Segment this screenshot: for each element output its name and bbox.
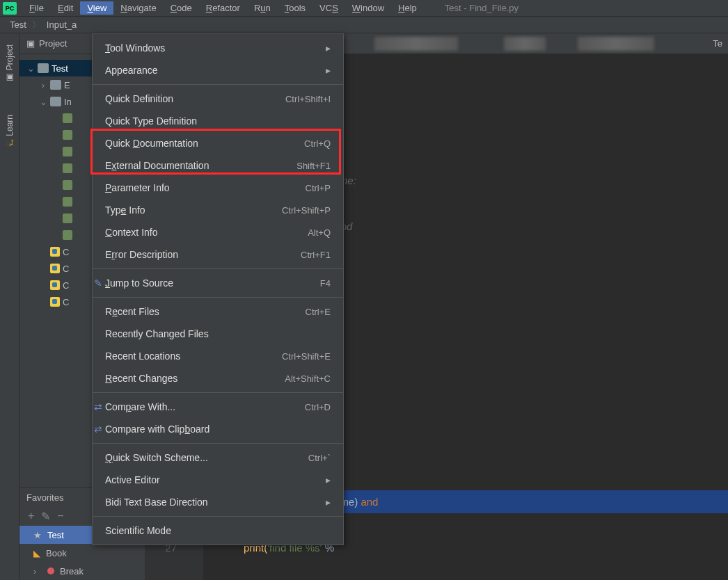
favorites-label: Break	[60, 566, 84, 577]
menu-window[interactable]: Window	[345, 1, 391, 15]
menu-view[interactable]: View	[80, 1, 113, 15]
menu-run[interactable]: Run	[247, 1, 278, 15]
menubar: PC File Edit View Navigate Code Refactor…	[0, 0, 728, 17]
menu-help[interactable]: Help	[391, 1, 424, 15]
chevron-right-icon: ▸	[326, 474, 331, 485]
add-icon[interactable]: +	[28, 510, 34, 523]
menu-error-description[interactable]: Error DescriptionCtrl+F1	[93, 243, 343, 266]
menu-recent-files[interactable]: Recent FilesCtrl+E	[93, 300, 343, 323]
chevron-right-icon[interactable]: ›	[33, 566, 42, 577]
menu-type-info[interactable]: Type InfoCtrl+Shift+P	[93, 199, 343, 221]
app-logo: PC	[3, 2, 17, 15]
menu-quick-type-definition[interactable]: Quick Type Definition	[93, 110, 343, 132]
file-icon	[63, 197, 72, 207]
chevron-right-icon[interactable]: ›	[39, 80, 47, 90]
menu-compare-with[interactable]: ⇄Compare With...Ctrl+D	[93, 396, 343, 418]
menu-quick-documentation[interactable]: Quick DocumentationCtrl+Q	[93, 132, 343, 154]
tool-tab-project[interactable]: ▣ Project	[5, 39, 15, 88]
menu-refactor[interactable]: Refactor	[199, 1, 247, 15]
menu-external-documentation[interactable]: External DocumentationShift+F1	[93, 154, 343, 177]
editor-tab[interactable]	[504, 37, 546, 51]
chevron-right-icon: ▸	[326, 497, 331, 508]
menu-quick-definition[interactable]: Quick DefinitionCtrl+Shift+I	[93, 88, 343, 110]
remove-icon[interactable]: −	[57, 510, 63, 523]
python-icon	[50, 247, 60, 257]
folder-icon	[38, 63, 49, 73]
file-icon	[63, 230, 72, 240]
folder-icon	[50, 80, 61, 90]
left-tool-tabs: ▣ Project 🎓 Learn	[0, 33, 19, 580]
chevron-down-icon[interactable]: ⌄	[39, 97, 47, 107]
menu-navigate[interactable]: Navigate	[113, 1, 163, 15]
breadcrumb-item[interactable]: Input_a	[44, 19, 79, 30]
menu-separator	[93, 443, 343, 444]
tree-label: Test	[52, 63, 68, 74]
tool-tab-learn[interactable]: 🎓 Learn	[5, 109, 15, 155]
favorites-label: Test	[47, 530, 64, 540]
breadcrumb-sep: 〉	[29, 19, 44, 31]
window-title: Test - Find_File.py	[445, 3, 519, 13]
breadcrumb-root[interactable]: Test	[7, 19, 29, 30]
menu-separator	[93, 392, 343, 393]
file-icon	[63, 214, 72, 223]
python-icon	[50, 264, 60, 273]
menu-edit[interactable]: Edit	[51, 1, 80, 15]
breakpoint-icon	[47, 567, 54, 574]
edit-icon[interactable]: ✎	[41, 510, 50, 523]
learn-icon: 🎓	[5, 139, 15, 150]
view-menu-dropdown: Tool Windows▸ Appearance▸ Quick Definiti…	[92, 33, 344, 545]
menu-jump-to-source[interactable]: ✎Jump to SourceF4	[93, 272, 343, 294]
menu-tools[interactable]: Tools	[278, 1, 312, 15]
favorites-item-breakpoints[interactable]: › Break	[19, 562, 145, 580]
project-header-label: Project	[39, 38, 67, 49]
tree-label: C	[63, 280, 69, 291]
tree-label: In	[64, 97, 72, 107]
tree-label: E	[64, 80, 70, 90]
menu-compare-clipboard[interactable]: ⇄Compare with Clipboard	[93, 418, 343, 440]
menu-appearance[interactable]: Appearance▸	[93, 59, 343, 81]
menu-recent-changes[interactable]: Recent ChangesAlt+Shift+C	[93, 367, 343, 389]
file-icon	[63, 180, 72, 190]
menu-parameter-info[interactable]: Parameter InfoCtrl+P	[93, 177, 343, 199]
menu-bidi[interactable]: Bidi Text Base Direction▸	[93, 491, 343, 513]
chevron-down-icon[interactable]: ⌄	[26, 63, 35, 74]
menu-code[interactable]: Code	[164, 1, 199, 15]
editor-tab[interactable]	[374, 37, 458, 51]
edit-source-icon: ✎	[94, 277, 105, 289]
menu-separator	[93, 516, 343, 517]
menu-active-editor[interactable]: Active Editor▸	[93, 469, 343, 491]
folder-icon: ▣	[26, 38, 35, 49]
tree-label: C	[63, 247, 69, 257]
tree-label: C	[63, 264, 69, 274]
chevron-right-icon: ▸	[326, 65, 331, 76]
menu-context-info[interactable]: Context InfoAlt+Q	[93, 221, 343, 243]
file-icon	[63, 113, 72, 123]
python-icon	[50, 280, 60, 290]
star-icon: ★	[33, 530, 42, 540]
favorites-title: Favorites	[26, 492, 63, 503]
file-icon	[63, 147, 72, 156]
python-icon	[50, 297, 60, 307]
tree-label: C	[63, 297, 69, 307]
menu-vcs[interactable]: VCS	[312, 1, 345, 15]
diff-icon: ⇄	[94, 401, 105, 412]
menu-file[interactable]: File	[22, 1, 51, 15]
menu-separator	[93, 268, 343, 269]
folder-icon: ▣	[5, 73, 15, 83]
file-icon	[63, 130, 72, 140]
menu-recently-changed-files[interactable]: Recently Changed Files	[93, 323, 343, 345]
menu-scientific-mode[interactable]: Scientific Mode	[93, 519, 343, 542]
editor-tab-active[interactable]: Te	[713, 38, 722, 49]
favorites-label: Book	[46, 548, 67, 558]
favorites-item-bookmarks[interactable]: ◣ Book	[19, 544, 145, 562]
breadcrumb: Test 〉 Input_a	[0, 17, 728, 33]
menu-separator	[93, 84, 343, 85]
file-icon	[63, 163, 72, 173]
menu-tool-windows[interactable]: Tool Windows▸	[93, 37, 343, 59]
menu-quick-switch-scheme[interactable]: Quick Switch Scheme...Ctrl+`	[93, 446, 343, 469]
editor-tab[interactable]	[578, 37, 654, 51]
diff-clipboard-icon: ⇄	[94, 424, 105, 435]
bookmark-icon: ◣	[33, 548, 40, 558]
menu-recent-locations[interactable]: Recent LocationsCtrl+Shift+E	[93, 345, 343, 367]
menu-separator	[93, 297, 343, 298]
